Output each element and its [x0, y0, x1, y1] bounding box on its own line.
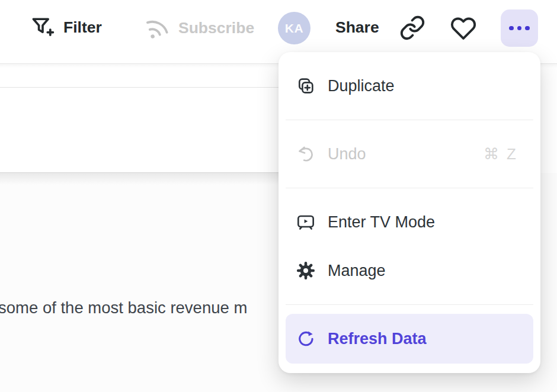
tv-mode-icon — [296, 213, 315, 232]
menu-item-label: Enter TV Mode — [328, 213, 435, 232]
menu-item-manage[interactable]: Manage — [286, 246, 533, 295]
filter-plus-icon — [30, 14, 56, 40]
more-options-menu: Duplicate Undo ⌘ Z Enter TV M — [278, 52, 540, 373]
avatar[interactable]: KA — [278, 12, 310, 44]
filter-label: Filter — [63, 18, 102, 37]
menu-item-label: Undo — [328, 145, 366, 163]
subscribe-button[interactable]: Subscribe — [143, 14, 254, 41]
undo-shortcut: ⌘ Z — [484, 145, 518, 163]
heart-icon — [450, 15, 476, 41]
subscribe-label: Subscribe — [178, 19, 254, 37]
menu-item-refresh-data[interactable]: Refresh Data — [286, 314, 533, 364]
more-options-button[interactable] — [501, 9, 538, 47]
menu-item-undo[interactable]: Undo ⌘ Z — [286, 130, 533, 178]
subheader-divider — [0, 87, 278, 88]
gear-icon — [296, 261, 315, 280]
share-button[interactable]: Share — [335, 18, 379, 37]
undo-icon — [296, 144, 315, 163]
avatar-initials: KA — [285, 21, 303, 36]
dashboard-body-text: some of the most basic revenue m — [0, 298, 247, 317]
app-screen: some of the most basic revenue m Filter … — [0, 0, 557, 392]
link-icon — [399, 15, 425, 41]
menu-divider — [286, 188, 533, 188]
card-bottom-shadow — [0, 173, 278, 185]
menu-divider — [286, 304, 533, 305]
filter-button[interactable]: Filter — [30, 14, 102, 40]
rss-icon — [143, 14, 171, 41]
copy-link-button[interactable] — [399, 15, 425, 41]
refresh-icon — [296, 329, 315, 348]
share-label: Share — [335, 18, 379, 37]
menu-item-label: Duplicate — [328, 77, 395, 95]
menu-item-enter-tv-mode[interactable]: Enter TV Mode — [286, 198, 533, 246]
menu-item-label: Refresh Data — [328, 330, 427, 348]
ellipsis-icon — [509, 26, 530, 31]
favorite-button[interactable] — [450, 15, 476, 41]
duplicate-icon — [296, 76, 315, 95]
menu-item-label: Manage — [328, 262, 386, 280]
menu-item-duplicate[interactable]: Duplicate — [286, 62, 533, 110]
menu-divider — [286, 120, 533, 120]
